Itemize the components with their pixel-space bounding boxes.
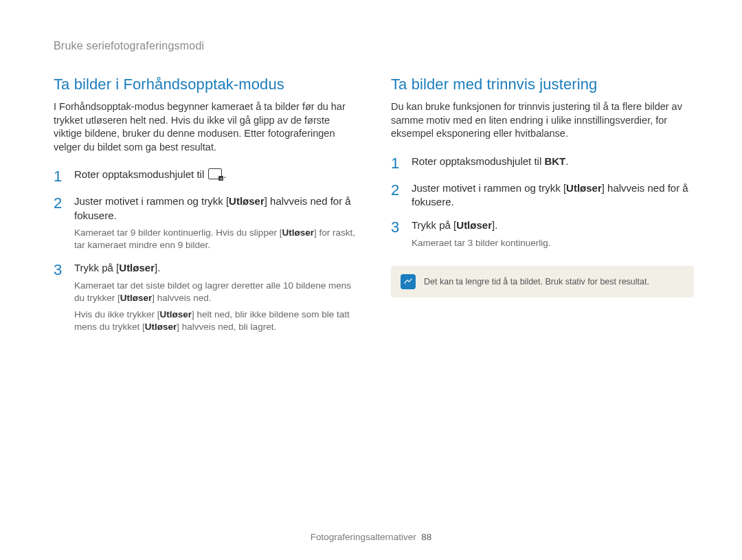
text: Trykk på [ [74, 262, 119, 273]
right-step-2: 2 Juster motivet i rammen og trykk [Utlø… [391, 181, 694, 210]
text: . [223, 168, 226, 180]
text: ]. [492, 219, 497, 231]
right-step-1: 1 Roter opptaksmodushjulet til BKT. [391, 155, 694, 172]
footer-section-label: Fotograferingsalternativer [311, 532, 416, 542]
document-page: Bruke seriefotograferingsmodi Ta bilder … [0, 0, 742, 560]
step-number: 1 [391, 155, 412, 172]
right-step-3: 3 Trykk på [Utløser]. Kameraet tar 3 bil… [391, 219, 694, 249]
text: ]. [155, 262, 160, 273]
left-intro-paragraph: I Forhåndsopptak-modus begynner kameraet… [54, 100, 357, 154]
left-section-title: Ta bilder i Forhåndsopptak-modus [54, 76, 357, 93]
step-number: 1 [54, 168, 74, 185]
step-number: 2 [391, 181, 412, 199]
step-number: 3 [54, 261, 74, 278]
right-step-2-instruction: Juster motivet i rammen og trykk [Utløse… [412, 181, 694, 210]
right-section-title: Ta bilder med trinnvis justering [391, 76, 694, 93]
right-step-3-instruction: Trykk på [Utløser]. [412, 219, 694, 232]
precapture-mode-icon [208, 168, 222, 179]
svg-point-0 [405, 284, 406, 284]
right-step-3-subtext: Kameraet tar 3 bilder kontinuerlig. [412, 237, 694, 249]
breadcrumb: Bruke seriefotograferingsmodi [54, 40, 694, 52]
text: Juster motivet i rammen og trykk [ [412, 182, 566, 194]
note-text: Det kan ta lengre tid å ta bildet. Bruk … [424, 276, 649, 287]
page-number: 88 [421, 532, 431, 542]
left-step-3: 3 Trykk på [Utløser]. Kameraet tar det s… [54, 261, 357, 333]
shutter-label: Utløser [160, 309, 192, 320]
left-step-2-instruction: Juster motivet i rammen og trykk [Utløse… [74, 194, 357, 223]
right-intro-paragraph: Du kan bruke funksjonen for trinnvis jus… [391, 100, 694, 141]
text: Kameraet tar det siste bildet og lagrer … [74, 280, 351, 303]
text: Hvis du ikke trykker [ [74, 309, 160, 320]
left-step-1: 1 Roter opptaksmodushjulet til . [54, 168, 357, 185]
left-step-1-instruction: Roter opptaksmodushjulet til . [74, 168, 357, 181]
text: ] halvveis ned. [152, 293, 211, 303]
text: Kameraet tar 9 bilder kontinuerlig. Hvis… [74, 227, 282, 238]
left-step-3-instruction: Trykk på [Utløser]. [74, 261, 357, 275]
left-step-2-subtext: Kameraet tar 9 bilder kontinuerlig. Hvis… [74, 227, 357, 251]
shutter-label: Utløser [119, 262, 155, 273]
text: Trykk på [ [412, 219, 456, 231]
right-steps: 1 Roter opptaksmodushjulet til BKT. 2 Ju… [391, 155, 694, 249]
step-number: 3 [391, 219, 412, 236]
bkt-label: BKT [544, 155, 565, 167]
shutter-label: Utløser [282, 227, 314, 238]
page-footer: Fotograferingsalternativer 88 [0, 532, 742, 542]
right-step-1-instruction: Roter opptaksmodushjulet til BKT. [412, 155, 694, 168]
left-step-3-subtext-2: Hvis du ikke trykker [Utløser] helt ned,… [74, 309, 357, 333]
note-icon [401, 274, 416, 289]
note-callout: Det kan ta lengre tid å ta bildet. Bruk … [391, 266, 694, 298]
left-step-2: 2 Juster motivet i rammen og trykk [Utlø… [54, 194, 357, 251]
shutter-label: Utløser [120, 293, 153, 303]
shutter-label: Utløser [145, 322, 177, 332]
right-column: Ta bilder med trinnvis justering Du kan … [391, 76, 694, 338]
text: . [565, 155, 568, 167]
text: Juster motivet i rammen og trykk [ [74, 195, 229, 207]
left-column: Ta bilder i Forhåndsopptak-modus I Forhå… [54, 76, 357, 338]
step-number: 2 [54, 194, 74, 212]
left-step-3-subtext-1: Kameraet tar det siste bildet og lagrer … [74, 280, 357, 304]
left-steps: 1 Roter opptaksmodushjulet til . 2 Juste… [54, 168, 357, 333]
shutter-label: Utløser [456, 219, 492, 231]
text: ] halvveis ned, bli lagret. [177, 322, 276, 332]
text: Roter opptaksmodushjulet til [412, 155, 544, 167]
shutter-label: Utløser [566, 182, 602, 194]
text: Roter opptaksmodushjulet til [74, 168, 207, 180]
shutter-label: Utløser [229, 195, 265, 207]
two-column-layout: Ta bilder i Forhåndsopptak-modus I Forhå… [54, 76, 694, 338]
